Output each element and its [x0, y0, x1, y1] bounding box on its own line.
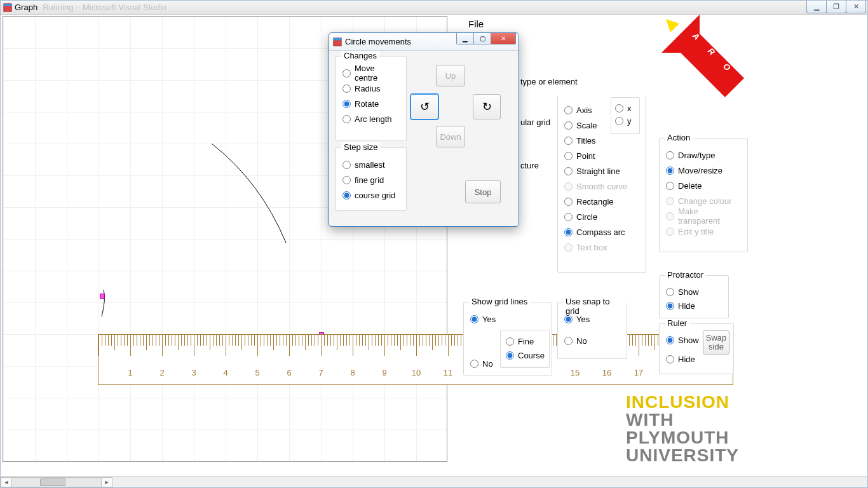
- radio-rect[interactable]: Rectangle: [564, 194, 639, 209]
- ruler-number: 10: [412, 368, 421, 377]
- radio-y[interactable]: y: [615, 114, 635, 127]
- protractor-group: Protractor Show Hide: [659, 275, 729, 318]
- ruler-ticks: [98, 335, 733, 360]
- partial-label: ular grid: [520, 118, 550, 127]
- radio-course-grid[interactable]: course grid: [342, 187, 400, 203]
- drag-handle[interactable]: [100, 294, 105, 299]
- radio-grid-yes[interactable]: Yes: [470, 311, 545, 327]
- ruler[interactable]: 1234567891011151617: [98, 334, 733, 385]
- scroll-left-button[interactable]: ◄: [1, 477, 12, 487]
- ruler-number: 4: [223, 368, 227, 377]
- ruler-number: 9: [382, 368, 386, 377]
- partial-label: cture: [520, 161, 539, 170]
- radio-transparent: Make transparent: [666, 208, 741, 224]
- action-label: Action: [665, 133, 693, 142]
- svg-text:R: R: [706, 46, 717, 58]
- ruler-number: 1: [128, 368, 132, 377]
- svg-marker-3: [666, 19, 679, 32]
- ruler-number: 11: [444, 368, 452, 377]
- circle-movements-dialog[interactable]: Circle movements ▁ ▢ ✕ Changes Move cent…: [329, 32, 519, 227]
- ruler-number: 8: [350, 368, 355, 377]
- radio-rotate[interactable]: Rotate: [342, 96, 400, 111]
- ruler-number: 6: [287, 368, 291, 377]
- radio-delete[interactable]: Delete: [666, 178, 741, 193]
- ruler-number: 2: [159, 368, 164, 377]
- app-icon: [3, 3, 12, 12]
- dialog-titlebar[interactable]: Circle movements ▁ ▢ ✕: [329, 33, 519, 51]
- dialog-icon: [333, 37, 342, 46]
- ruler-number: 5: [255, 368, 259, 377]
- ruler-number: 17: [634, 368, 643, 377]
- stop-button[interactable]: Stop: [465, 180, 501, 203]
- radio-radius[interactable]: Radius: [342, 81, 400, 96]
- down-button[interactable]: Down: [436, 126, 465, 147]
- grid-detail-group: Fine Course: [500, 330, 550, 368]
- window-title: Graph: [15, 3, 37, 12]
- radio-snap-no[interactable]: No: [564, 333, 620, 348]
- ruler-number: 16: [602, 368, 611, 377]
- radio-titles[interactable]: Titles: [564, 133, 639, 148]
- snap-label: Use snap to grid: [563, 297, 627, 316]
- svg-rect-8: [334, 37, 341, 40]
- radio-move[interactable]: Move/resize: [666, 163, 741, 178]
- dialog-minimize-button[interactable]: ▁: [456, 33, 474, 44]
- radio-edit-title: Edit y title: [666, 224, 741, 239]
- menu-file[interactable]: File: [468, 18, 484, 29]
- step-label: Step size: [341, 142, 380, 152]
- radio-arc[interactable]: Compass arc: [564, 224, 639, 240]
- radio-move-centre[interactable]: Move centre: [342, 65, 400, 81]
- scroll-thumb[interactable]: [40, 478, 65, 486]
- scroll-right-button[interactable]: ►: [101, 477, 112, 487]
- aro-logo: A R O: [661, 15, 750, 104]
- close-button[interactable]: ✕: [846, 1, 866, 13]
- gridlines-label: Show grid lines: [469, 297, 530, 306]
- radio-arc-length[interactable]: Arc length: [342, 111, 400, 126]
- ruler-number: 7: [318, 368, 323, 377]
- svg-text:A: A: [690, 30, 702, 42]
- rotate-cw-button[interactable]: ↻: [473, 94, 501, 119]
- radio-x[interactable]: x: [615, 102, 635, 114]
- dialog-controls: ▁ ▢ ✕: [457, 33, 516, 44]
- step-size-group: Step size smallest fine grid course grid: [336, 147, 407, 211]
- dialog-maximize-button[interactable]: ▢: [473, 33, 491, 44]
- svg-text:O: O: [721, 62, 733, 73]
- scroll-track[interactable]: [12, 477, 101, 487]
- xy-group: x y: [611, 97, 640, 134]
- restore-button[interactable]: ❐: [826, 1, 846, 13]
- inclusion-logo: INCLUSION WITH PLYMOUTH UNIVERSITY: [626, 393, 739, 464]
- up-button[interactable]: Up: [436, 65, 465, 86]
- rotate-ccw-button[interactable]: ↺: [410, 94, 438, 119]
- radio-draw[interactable]: Draw/type: [666, 147, 741, 163]
- ruler-group: Ruler Show Hide Swap side: [659, 323, 734, 374]
- radio-grid-course[interactable]: Course: [506, 348, 544, 362]
- window-title-ghost: Running – Microsoft Visual Studio: [43, 3, 166, 12]
- action-group: Action Draw/type Move/resize Delete Chan…: [659, 138, 748, 252]
- partial-label: type or element: [520, 77, 578, 86]
- main-window: Graph Running – Microsoft Visual Studio …: [0, 0, 868, 488]
- changes-group: Changes Move centre Radius Rotate Arc le…: [336, 56, 407, 141]
- radio-line[interactable]: Straight line: [564, 163, 639, 179]
- dialog-close-button[interactable]: ✕: [491, 33, 516, 44]
- minimize-button[interactable]: ▁: [806, 1, 827, 13]
- radio-smooth: Smooth curve: [564, 179, 639, 194]
- radio-prot-show[interactable]: Show: [666, 285, 722, 299]
- dialog-body: Changes Move centre Radius Rotate Arc le…: [336, 56, 512, 220]
- horizontal-scrollbar[interactable]: ◄ ►: [1, 476, 867, 487]
- protractor-label: Protractor: [665, 270, 706, 280]
- swap-side-button[interactable]: Swap side: [703, 330, 729, 355]
- ruler-label: Ruler: [665, 318, 689, 328]
- svg-marker-2: [661, 15, 744, 97]
- radio-circle[interactable]: Circle: [564, 209, 639, 224]
- snap-group: Use snap to grid Yes No: [557, 302, 627, 359]
- radio-smallest[interactable]: smallest: [342, 157, 400, 172]
- titlebar[interactable]: Graph Running – Microsoft Visual Studio: [1, 1, 867, 15]
- radio-fine-grid[interactable]: fine grid: [342, 172, 400, 187]
- svg-rect-1: [4, 3, 11, 6]
- dialog-title: Circle movements: [345, 37, 411, 46]
- window-controls: ▁ ❐ ✕: [807, 1, 866, 13]
- radio-point[interactable]: Point: [564, 148, 639, 163]
- changes-label: Changes: [341, 51, 379, 60]
- ruler-number: 15: [571, 368, 580, 377]
- radio-prot-hide[interactable]: Hide: [666, 299, 722, 313]
- radio-grid-fine[interactable]: Fine: [506, 334, 544, 348]
